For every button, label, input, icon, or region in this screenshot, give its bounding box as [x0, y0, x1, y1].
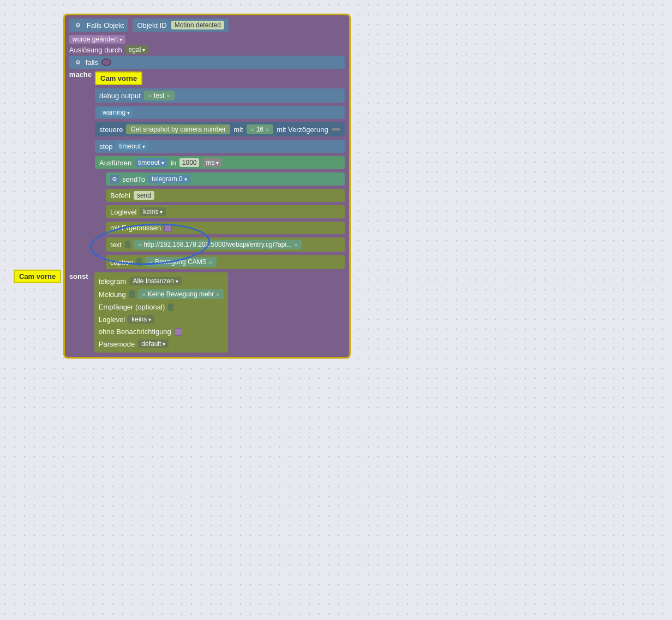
telegram-alle-row: telegram Alle Instanzen: [99, 277, 224, 285]
send-pill: send: [134, 191, 154, 200]
loglevel-mache-label: Loglevel: [110, 208, 136, 216]
mit-ergebnissen-block: mit Ergebnissen: [106, 222, 345, 234]
falls-row: ⚙ falls: [69, 56, 345, 69]
get-snapshot-pill: Get snapshot by camera number: [126, 124, 230, 134]
timeout-dropdown[interactable]: timeout: [116, 142, 148, 151]
debug-output-block: debug output « test »: [95, 88, 345, 103]
mit-ergebnissen-toggle[interactable]: [164, 224, 172, 232]
befehl-block: Befehl send: [106, 189, 345, 202]
ohne-benachrichtigung-label: ohne Benachrichtigung: [99, 327, 171, 336]
empfanger-row: Empfänger (optional): [99, 303, 224, 311]
keins-mache-dropdown[interactable]: keins: [140, 207, 166, 216]
sendto-block: ⚙ sendTo telegram.0: [106, 172, 345, 186]
motion-detected-value: Motion detected: [171, 21, 224, 29]
loglevel-sonst-row: Loglevel keins: [99, 315, 224, 324]
ms-input[interactable]: 1000: [179, 158, 200, 167]
stop-label: stop: [99, 142, 113, 151]
wurde-geandert-dropdown[interactable]: wurde geändert: [69, 35, 125, 44]
keine-bewegung-pill: « Keine Bewegung mehr »: [138, 289, 224, 299]
gear-icon-inner[interactable]: ⚙: [74, 58, 82, 67]
loglevel-mache-block: Loglevel keins: [106, 205, 345, 218]
steuere-block: steuere Get snapshot by camera number mi…: [95, 122, 345, 136]
meldung-row: Meldung « Keine Bewegung mehr »: [99, 289, 224, 299]
sonst-section: sonst telegram Alle Instanzen Meldung « …: [69, 272, 345, 353]
timeout2-dropdown[interactable]: timeout: [135, 158, 167, 167]
ms-dropdown[interactable]: ms: [202, 158, 222, 167]
caption-label: caption: [110, 258, 133, 266]
telegram-outer-block: telegram Alle Instanzen Meldung « Keine …: [94, 272, 229, 353]
alle-instanzen-dropdown[interactable]: Alle Instanzen: [129, 277, 181, 285]
in-label: in: [171, 159, 176, 167]
bewegung-cams-pill: « Bewegung CAMS »: [145, 257, 217, 267]
falls-objekt-block: ⚙ Falls Objekt: [69, 19, 129, 32]
delay-pill: [332, 128, 340, 130]
warning-dropdown[interactable]: warning: [99, 108, 133, 117]
test-value: « test »: [144, 91, 175, 100]
gear-icon-sendto[interactable]: ⚙: [110, 175, 119, 183]
gear-icon-falls[interactable]: ⚙: [74, 21, 82, 29]
caption-row-block: caption « Bewegung CAMS »: [106, 255, 345, 269]
url-value-pill: « http://192.168.178.202:5000/webapi/ent…: [134, 240, 302, 249]
ohne-benachrichtigung-row: ohne Benachrichtigung: [99, 327, 224, 336]
falls-label: falls: [86, 58, 98, 67]
mit-label: mit: [233, 126, 243, 134]
cam-vorne-top-label: Cam vorne: [14, 270, 61, 283]
parsemode-row: Parsemode default: [99, 339, 224, 348]
sendto-label: sendTo: [122, 175, 145, 183]
mit-verzogerung-label: mit Verzögerung: [277, 126, 328, 134]
befehl-label: Befehl: [110, 192, 130, 200]
warning-block: warning: [95, 106, 345, 119]
ausfuhren-block: Ausführen timeout in 1000 ms: [95, 156, 345, 169]
default-dropdown[interactable]: default: [138, 339, 169, 348]
debug-output-label: debug output: [99, 92, 141, 100]
number-16-pill: « 16 »: [247, 124, 274, 134]
mit-ergebnissen-label: mit Ergebnissen: [110, 224, 161, 232]
auslösung-durch-label: Auslösung durch: [69, 46, 122, 54]
meldung-label: Meldung: [99, 290, 126, 299]
ohne-benachrichtigung-toggle[interactable]: [175, 328, 182, 336]
main-frame: ⚙ Falls Objekt Objekt ID Motion detected…: [63, 14, 351, 359]
empfanger-label: Empfänger (optional): [99, 303, 165, 311]
keins-sonst-dropdown[interactable]: keins: [128, 315, 154, 324]
loglevel-sonst-label: Loglevel: [99, 315, 125, 324]
text-label: text: [110, 241, 122, 249]
steuere-label: steuere: [99, 126, 123, 134]
objekt-id-block: Objekt ID Motion detected: [133, 19, 229, 32]
ausfuhren-label: Ausführen: [99, 159, 131, 167]
parsemode-label: Parsemode: [99, 340, 135, 348]
sonst-label: sonst: [69, 272, 91, 281]
telegram-sonst-label: telegram: [99, 277, 127, 285]
egal-dropdown[interactable]: egal: [125, 45, 149, 54]
objekt-id-label: Objekt ID: [137, 21, 166, 29]
cam-vorne-inner-label: Cam vorne: [95, 71, 142, 85]
stop-block: stop timeout: [95, 140, 345, 153]
falls-objekt-label: Falls Objekt: [87, 21, 124, 29]
text-row-block: text « http://192.168.178.202:5000/webap…: [106, 237, 345, 252]
telegram-instance-dropdown[interactable]: telegram.0: [148, 175, 190, 183]
mache-label: mache: [69, 70, 92, 79]
